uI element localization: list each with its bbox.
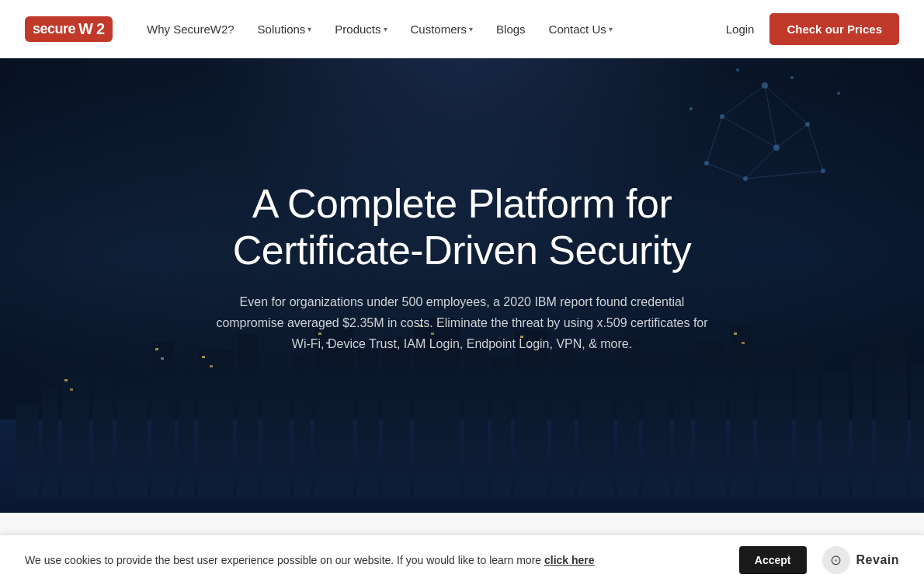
chevron-down-icon: ▾ bbox=[307, 25, 311, 33]
nav-item-products[interactable]: Products ▾ bbox=[325, 16, 396, 42]
svg-point-17 bbox=[690, 107, 693, 110]
logo[interactable]: secure W 2 bbox=[25, 16, 113, 42]
hero-content: A Complete Platform for Certificate-Driv… bbox=[195, 181, 729, 354]
cookie-bar: We use cookies to provide the best user … bbox=[0, 535, 924, 585]
svg-line-1 bbox=[722, 85, 765, 117]
svg-point-20 bbox=[736, 68, 739, 71]
svg-point-12 bbox=[720, 114, 724, 119]
hero-title: A Complete Platform for Certificate-Driv… bbox=[214, 181, 710, 274]
svg-line-9 bbox=[722, 117, 776, 148]
logo-secure-text: secure bbox=[33, 21, 75, 37]
svg-line-4 bbox=[707, 117, 722, 163]
revain-badge: ⊙ Revain bbox=[822, 546, 899, 574]
login-link[interactable]: Login bbox=[726, 23, 755, 36]
svg-line-7 bbox=[707, 163, 745, 179]
hero-section: A Complete Platform for Certificate-Driv… bbox=[0, 0, 924, 513]
chevron-down-icon: ▾ bbox=[469, 25, 473, 33]
svg-line-6 bbox=[745, 148, 776, 179]
revain-label: Revain bbox=[856, 553, 899, 567]
cookie-message: We use cookies to provide the best user … bbox=[25, 554, 721, 566]
nav-item-contact[interactable]: Contact Us ▾ bbox=[540, 16, 622, 42]
svg-line-5 bbox=[776, 124, 808, 148]
svg-rect-66 bbox=[742, 342, 745, 344]
chevron-down-icon: ▾ bbox=[384, 25, 387, 33]
nav-item-blogs[interactable]: Blogs bbox=[487, 16, 535, 42]
navbar: secure W 2 Why SecureW2? Solutions ▾ Pro… bbox=[0, 0, 924, 58]
nav-item-customers[interactable]: Customers ▾ bbox=[401, 16, 483, 42]
nav-item-solutions[interactable]: Solutions ▾ bbox=[248, 16, 321, 42]
svg-line-8 bbox=[745, 171, 823, 179]
svg-point-15 bbox=[704, 161, 709, 165]
svg-point-13 bbox=[773, 145, 780, 151]
city-glow bbox=[0, 357, 924, 513]
svg-point-19 bbox=[790, 76, 794, 79]
svg-line-3 bbox=[808, 124, 823, 171]
svg-rect-55 bbox=[155, 348, 158, 350]
svg-point-16 bbox=[743, 176, 748, 181]
logo-w-text: W bbox=[78, 20, 93, 38]
revain-icon: ⊙ bbox=[822, 546, 850, 574]
logo-2-text: 2 bbox=[96, 20, 105, 38]
accept-cookies-button[interactable]: Accept bbox=[739, 546, 807, 574]
svg-point-18 bbox=[837, 92, 840, 95]
nav-links: Why SecureW2? Solutions ▾ Products ▾ Cus… bbox=[137, 16, 726, 42]
chevron-down-icon: ▾ bbox=[609, 25, 613, 33]
check-prices-button[interactable]: Check our Prices bbox=[769, 13, 899, 45]
svg-point-14 bbox=[821, 169, 825, 173]
logo-box: secure W 2 bbox=[25, 16, 113, 42]
cookie-link[interactable]: click here bbox=[544, 554, 595, 566]
svg-point-10 bbox=[762, 82, 768, 89]
svg-point-11 bbox=[805, 122, 810, 127]
hero-subtitle: Even for organizations under 500 employe… bbox=[214, 291, 710, 355]
nav-right: Login Check our Prices bbox=[726, 13, 899, 45]
nav-item-why[interactable]: Why SecureW2? bbox=[137, 16, 244, 42]
svg-rect-65 bbox=[734, 333, 737, 335]
